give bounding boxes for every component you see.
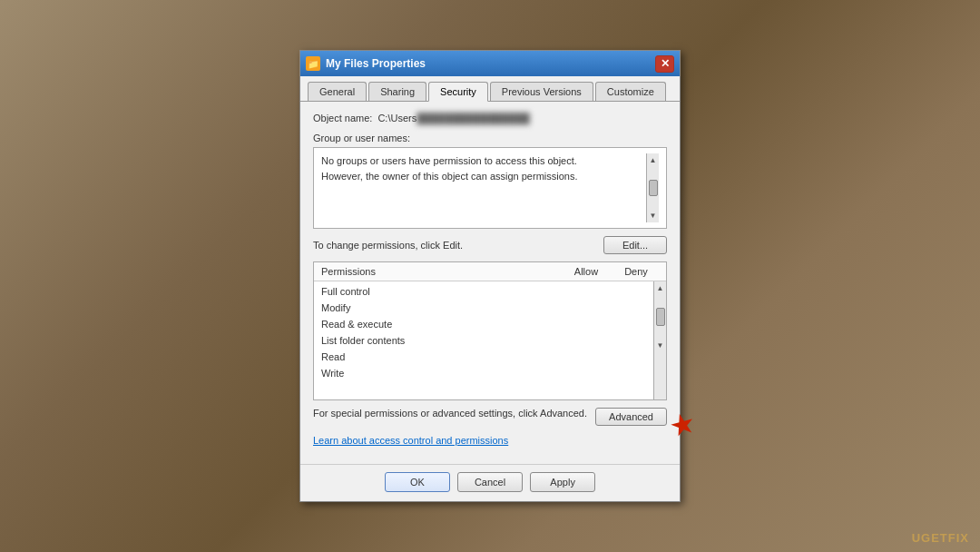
group-scrollbar[interactable]: ▲ ▼ bbox=[646, 153, 659, 222]
scroll-up-arrow[interactable]: ▲ bbox=[647, 153, 660, 167]
ok-button[interactable]: OK bbox=[385, 472, 450, 492]
perm-write: Write bbox=[321, 368, 646, 379]
tab-customize[interactable]: Customize bbox=[595, 82, 666, 101]
col-allow: Allow bbox=[559, 266, 613, 277]
scroll-down-arrow[interactable]: ▼ bbox=[647, 209, 660, 222]
cancel-button[interactable]: Cancel bbox=[457, 472, 523, 492]
edit-button[interactable]: Edit... bbox=[603, 236, 667, 254]
change-permissions-row: To change permissions, click Edit. Edit.… bbox=[313, 236, 667, 254]
advanced-btn-wrapper: Advanced ★ bbox=[595, 408, 667, 426]
dialog-icon: 📁 bbox=[306, 56, 320, 71]
perm-row-write[interactable]: Write bbox=[314, 365, 653, 381]
learn-link[interactable]: Learn about access control and permissio… bbox=[313, 435, 508, 446]
perm-read-execute: Read & execute bbox=[321, 319, 646, 330]
object-name-row: Object name: C:\Users████████████████ bbox=[313, 113, 667, 123]
col-permissions: Permissions bbox=[321, 266, 559, 277]
tab-security[interactable]: Security bbox=[428, 82, 488, 102]
change-perm-text: To change permissions, click Edit. bbox=[313, 240, 463, 251]
permissions-header: Permissions Allow Deny bbox=[314, 262, 666, 281]
tab-sharing[interactable]: Sharing bbox=[368, 82, 426, 101]
permissions-rows: Full control Modify Read & execute List … bbox=[314, 281, 653, 399]
advanced-button[interactable]: Advanced bbox=[595, 408, 667, 426]
close-button[interactable]: ✕ bbox=[655, 55, 674, 73]
apply-button[interactable]: Apply bbox=[530, 472, 595, 492]
perm-row-read[interactable]: Read bbox=[314, 349, 653, 365]
group-label: Group or user names: bbox=[313, 133, 667, 143]
bottom-buttons: OK Cancel Apply bbox=[300, 464, 680, 501]
perm-scroll-thumb[interactable] bbox=[656, 308, 665, 326]
advanced-row: For special permissions or advanced sett… bbox=[313, 408, 667, 426]
perm-list-folder: List folder contents bbox=[321, 335, 646, 346]
dialog-title: My Files Properties bbox=[326, 57, 650, 70]
group-text-line1: No groups or users have permission to ac… bbox=[321, 155, 577, 166]
properties-dialog: 📁 My Files Properties ✕ General Sharing … bbox=[299, 50, 681, 502]
perm-row-modify[interactable]: Modify bbox=[314, 300, 653, 316]
perm-scroll-down[interactable]: ▼ bbox=[654, 339, 666, 352]
perm-read: Read bbox=[321, 351, 646, 362]
perm-row-list-folder[interactable]: List folder contents bbox=[314, 332, 653, 349]
perm-modify: Modify bbox=[321, 302, 646, 313]
tab-bar: General Sharing Security Previous Versio… bbox=[300, 76, 680, 102]
object-name-label: Object name: bbox=[313, 113, 372, 123]
perm-full-control: Full control bbox=[321, 286, 646, 297]
title-bar: 📁 My Files Properties ✕ bbox=[300, 51, 680, 76]
advanced-text: For special permissions or advanced sett… bbox=[313, 408, 588, 419]
object-name-blurred: ████████████████ bbox=[416, 113, 530, 123]
perm-row-full-control[interactable]: Full control bbox=[314, 283, 653, 300]
col-deny: Deny bbox=[613, 266, 659, 277]
watermark: UGETFIX bbox=[912, 531, 969, 545]
permissions-scrollbar[interactable]: ▲ ▼ bbox=[653, 281, 666, 399]
object-name-path: C:\Users████████████████ bbox=[377, 113, 529, 123]
perm-scroll-up[interactable]: ▲ bbox=[654, 281, 666, 295]
permissions-section: Permissions Allow Deny Full control Modi… bbox=[313, 261, 667, 400]
group-users-box[interactable]: No groups or users have permission to ac… bbox=[313, 147, 667, 229]
tab-general[interactable]: General bbox=[308, 82, 367, 101]
dialog-content: Object name: C:\Users████████████████ Gr… bbox=[300, 102, 680, 464]
permissions-list: Full control Modify Read & execute List … bbox=[314, 281, 666, 399]
perm-row-read-execute[interactable]: Read & execute bbox=[314, 316, 653, 332]
tab-previous-versions[interactable]: Previous Versions bbox=[490, 82, 593, 101]
group-users-text: No groups or users have permission to ac… bbox=[321, 153, 646, 222]
scroll-thumb[interactable] bbox=[649, 180, 658, 196]
group-text-line2: However, the owner of this object can as… bbox=[321, 171, 577, 182]
